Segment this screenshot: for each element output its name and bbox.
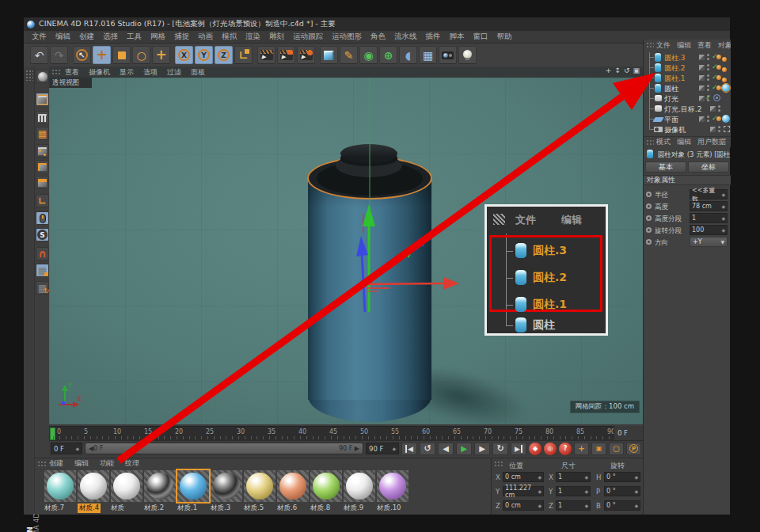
lock-x-axis-button[interactable]: X [175, 46, 193, 64]
live-selection-button[interactable]: ↖ [73, 46, 91, 64]
vp-menu-camera[interactable]: 摄像机 [89, 67, 110, 78]
render-picture-viewer-button[interactable]: ▶ [277, 46, 295, 64]
last-tool-button[interactable]: + [152, 46, 170, 64]
key-rotation-toggle[interactable]: ○ [609, 443, 624, 455]
vp-menu-display[interactable]: 显示 [120, 67, 134, 78]
am-menu-mode[interactable]: 模式 [656, 137, 671, 147]
menu-simulate[interactable]: 模拟 [222, 32, 237, 42]
material-label[interactable]: 材质.3 [211, 504, 230, 513]
menu-create[interactable]: 创建 [79, 32, 94, 42]
vp-menu-panel[interactable]: 面板 [191, 67, 205, 78]
phong-tag[interactable] [716, 75, 721, 80]
render-view-button[interactable]: ▶ [257, 46, 276, 64]
material-thumb[interactable] [211, 470, 242, 502]
visibility-dots[interactable] [707, 74, 709, 77]
material-label[interactable]: 材质.8 [310, 504, 330, 513]
menu-render[interactable]: 渲染 [245, 32, 260, 42]
material-label[interactable]: 材质.6 [277, 504, 297, 513]
menu-plugins[interactable]: 插件 [426, 32, 441, 42]
om-grip[interactable] [646, 42, 654, 49]
object-row-plane[interactable]: 平面 ✓ [644, 114, 731, 124]
material-label[interactable]: 材质.1 [177, 504, 197, 513]
floor-button[interactable]: ▦ [419, 46, 437, 64]
object-row-cylinder3[interactable]: 圆柱.3 ✓ [644, 52, 731, 63]
lock-z-axis-button[interactable]: Z [215, 46, 233, 64]
material-thumb[interactable] [277, 470, 309, 502]
height-field[interactable]: 78 cm◆ [690, 201, 728, 211]
material-thumb[interactable] [78, 470, 109, 502]
menu-script[interactable]: 脚本 [450, 32, 465, 42]
radius-field[interactable]: <<多重数◆ [690, 189, 728, 200]
keyframe-ring-icon[interactable] [646, 227, 652, 233]
mat-menu-function[interactable]: 功能 [100, 458, 114, 469]
orientation-dropdown[interactable]: +Y▼ [690, 237, 728, 247]
om-menu-file[interactable]: 文件 [656, 40, 671, 51]
rotate-tool-button[interactable]: ○ [132, 46, 150, 64]
material-thumb[interactable] [44, 470, 76, 502]
menu-help[interactable]: 帮助 [497, 32, 512, 42]
size-z-field[interactable]: 1◆ [556, 500, 591, 511]
pos-y-field[interactable]: 111.227 cm◆ [503, 486, 544, 496]
undo-button[interactable]: ↶ [30, 46, 48, 64]
scale-tool-button[interactable] [112, 46, 131, 64]
workplane-mode-button[interactable]: ▦ [36, 127, 49, 140]
menu-character[interactable]: 角色 [370, 32, 386, 42]
phong-tag[interactable] [716, 55, 721, 59]
object-row-cylinder1[interactable]: 圆柱.1 ✓ [644, 73, 731, 83]
snap-button[interactable]: S [36, 228, 49, 241]
camera-button[interactable] [439, 46, 457, 64]
convert-object-button[interactable] [36, 70, 49, 83]
phong-tag[interactable] [716, 86, 721, 90]
model-mode-button[interactable] [36, 93, 49, 106]
material-thumb[interactable] [377, 470, 408, 502]
phong-tag[interactable] [716, 116, 721, 121]
mat-menu-create[interactable]: 创建 [49, 458, 63, 469]
tab-coordinates[interactable]: 坐标 [688, 162, 729, 173]
rot-h-field[interactable]: 0 °◆ [604, 472, 640, 482]
render-settings-button[interactable]: ▶ [297, 46, 315, 64]
workplane-rotate-button[interactable]: ▦↻ [36, 281, 49, 294]
polygons-mode-button[interactable] [36, 176, 49, 189]
material-label[interactable]: 材质 [111, 504, 124, 513]
title-bar[interactable]: CINEMA 4D R17.016 Studio (R17) - [电池案例（灯… [24, 17, 730, 31]
layer-tag[interactable] [699, 55, 705, 60]
material-thumb[interactable] [344, 470, 375, 502]
pos-z-field[interactable]: 0 cm◆ [503, 500, 544, 511]
vp-pan-icon[interactable]: + [606, 66, 612, 74]
environment-button[interactable]: ◖ [399, 46, 417, 64]
redo-button[interactable]: ↷ [50, 46, 68, 64]
goto-start-button[interactable]: ◀ [401, 443, 417, 455]
material-label[interactable]: 材质.10 [377, 504, 401, 513]
autokey-button[interactable]: ◎ [544, 443, 557, 455]
om-menu-edit[interactable]: 编辑 [677, 40, 691, 51]
size-x-field[interactable]: 1◆ [556, 472, 591, 482]
pos-x-field[interactable]: 0 cm◆ [503, 472, 544, 482]
frame-end-field[interactable]: 90 F◆ [366, 443, 399, 454]
keyframe-ring-icon[interactable] [646, 239, 652, 245]
play-backwards-button[interactable]: ↺ [420, 443, 435, 455]
lock-y-axis-button[interactable]: Y [195, 46, 213, 64]
menu-mograph[interactable]: 运动图形 [332, 32, 362, 42]
material-panel-grip[interactable] [37, 461, 46, 468]
visibility-dots[interactable] [707, 64, 709, 66]
target-tag[interactable] [713, 94, 720, 101]
material-thumb[interactable] [244, 470, 276, 502]
magnet-snap-button[interactable]: ∩ [36, 247, 49, 260]
visibility-dots[interactable] [718, 126, 720, 128]
deformer-button[interactable]: ⊕ [379, 46, 397, 64]
keyframe-ring-icon[interactable] [646, 192, 652, 197]
viewport-solo-button[interactable] [36, 211, 49, 225]
phong-tag[interactable] [722, 67, 727, 72]
menu-animate[interactable]: 动画 [198, 32, 213, 42]
mat-menu-edit[interactable]: 编辑 [74, 458, 89, 469]
vp-zoom-icon[interactable]: ↕ [614, 66, 621, 74]
layer-tag[interactable] [699, 86, 705, 91]
frame-start-field[interactable]: 0 F◆ [51, 443, 82, 454]
light-button[interactable] [458, 46, 477, 64]
visibility-dots[interactable] [707, 116, 709, 118]
material-label[interactable]: 材质.7 [44, 504, 64, 513]
menu-snap[interactable]: 捕捉 [174, 32, 189, 42]
rotation-segments-field[interactable]: 100◆ [690, 225, 728, 235]
material-label[interactable]: 材质.2 [144, 504, 164, 513]
object-row-camera[interactable]: 摄像机 [644, 124, 731, 135]
